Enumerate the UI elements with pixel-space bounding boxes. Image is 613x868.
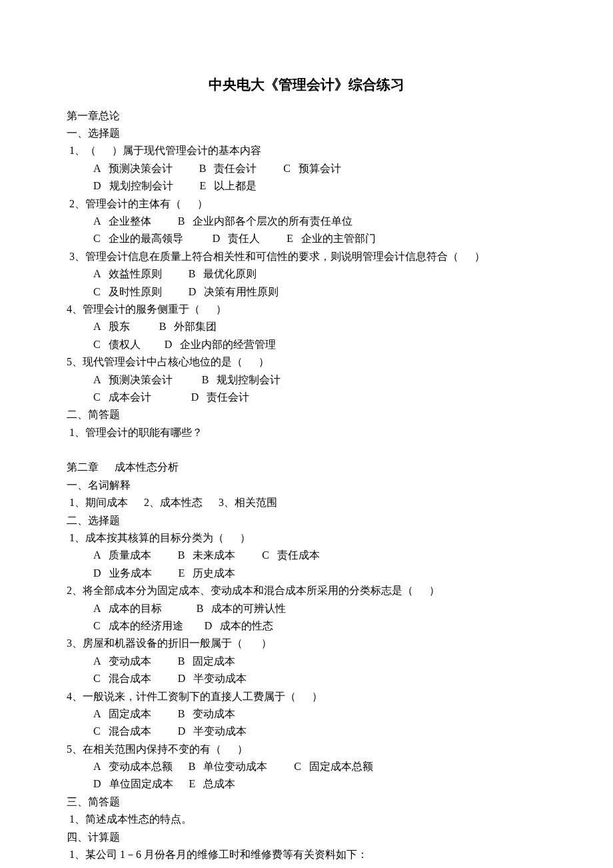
- question-options: D 单位固定成本 E 总成本: [67, 775, 546, 793]
- question-options: C 成本会计 D 责任会计: [67, 389, 546, 406]
- section-heading: 一、选择题: [67, 125, 546, 142]
- question-options: C 及时性原则 D 决策有用性原则: [67, 283, 546, 301]
- question-stem: 4、一般说来，计件工资制下的直接人工费属于（ ）: [67, 688, 546, 705]
- question-stem: 1、某公司 1－6 月份各月的维修工时和维修费等有关资料如下：: [67, 846, 546, 863]
- question-options: A 效益性原则 B 最优化原则: [67, 265, 546, 283]
- question-options: C 混合成本 D 半变动成本: [67, 670, 546, 687]
- question-options: A 质量成本 B 未来成本 C 责任成本: [67, 547, 546, 564]
- question-options: A 变动成本总额 B 单位变动成本 C 固定成本总额: [67, 758, 546, 775]
- section-heading: 三、简答题: [67, 793, 546, 811]
- question-stem: 2、将全部成本分为固定成本、变动成本和混合成本所采用的分类标志是（ ）: [67, 582, 546, 599]
- question-options: A 企业整体 B 企业内部各个层次的所有责任单位: [67, 213, 546, 230]
- question-stem: 1、管理会计的职能有哪些？: [67, 424, 546, 441]
- term-list: 1、期间成本 2、成本性态 3、相关范围: [67, 494, 546, 511]
- question-options: C 企业的最高领导 D 责任人 E 企业的主管部门: [67, 230, 546, 247]
- chapter-1-heading: 第一章总论: [67, 107, 546, 125]
- question-options: A 成本的目标 B 成本的可辨认性: [67, 600, 546, 617]
- question-stem: 5、现代管理会计中占核心地位的是（ ）: [67, 353, 546, 371]
- section-heading: 四、计算题: [67, 829, 546, 846]
- blank-line: [67, 441, 546, 459]
- question-options: C 债权人 D 企业内部的经营管理: [67, 336, 546, 353]
- question-options: A 预测决策会计 B 规划控制会计: [67, 371, 546, 389]
- question-stem: 4、管理会计的服务侧重于（ ）: [67, 301, 546, 318]
- question-stem: 3、房屋和机器设备的折旧一般属于（ ）: [67, 635, 546, 652]
- chapter-2-heading: 第二章 成本性态分析: [67, 459, 546, 476]
- question-stem: 2、管理会计的主体有（ ）: [67, 195, 546, 213]
- question-options: A 股东 B 外部集团: [67, 318, 546, 335]
- section-heading: 一、名词解释: [67, 477, 546, 494]
- question-stem: 1、（ ）属于现代管理会计的基本内容: [67, 142, 546, 159]
- document-title: 中央电大《管理会计》综合练习: [67, 73, 546, 97]
- question-stem: 1、简述成本性态的特点。: [67, 811, 546, 828]
- question-options: A 变动成本 B 固定成本: [67, 653, 546, 670]
- section-heading: 二、简答题: [67, 406, 546, 423]
- question-stem: 1、成本按其核算的目标分类为（ ）: [67, 529, 546, 547]
- question-stem: 3、管理会计信息在质量上符合相关性和可信性的要求，则说明管理会计信息符合（ ）: [67, 248, 546, 265]
- section-heading: 二、选择题: [67, 512, 546, 529]
- question-options: A 固定成本 B 变动成本: [67, 705, 546, 723]
- question-options: D 规划控制会计 E 以上都是: [67, 177, 546, 195]
- question-options: D 业务成本 E 历史成本: [67, 565, 546, 582]
- question-options: C 混合成本 D 半变动成本: [67, 723, 546, 740]
- question-stem: 5、在相关范围内保持不变的有（ ）: [67, 741, 546, 758]
- question-options: C 成本的经济用途 D 成本的性态: [67, 617, 546, 635]
- question-options: A 预测决策会计 B 责任会计 C 预算会计: [67, 160, 546, 177]
